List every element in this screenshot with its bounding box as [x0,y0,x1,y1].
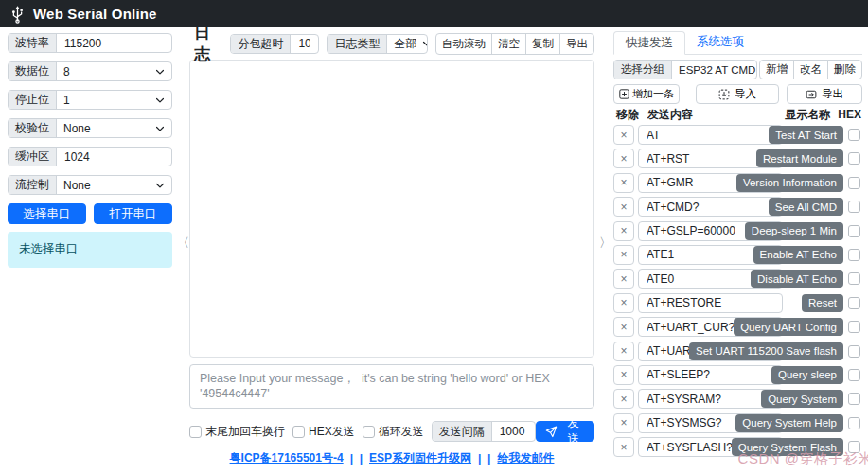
checkbox-box-icon[interactable] [292,426,305,438]
remove-row-button[interactable]: × [613,342,634,361]
send-option-checkbox[interactable]: HEX发送 [292,424,355,440]
quick-send-row: × Disable AT Echo [613,269,862,289]
chevron-down-icon [422,39,428,48]
display-name-badge[interactable]: Query System Help [735,414,843,432]
remove-row-button[interactable]: × [613,413,634,433]
tab-system-options[interactable]: 系统选项 [685,30,755,54]
log-type-group: 日志类型 全部 [327,34,428,54]
remove-row-button[interactable]: × [613,269,634,289]
send-option-checkbox[interactable]: 循环发送 [363,424,424,440]
display-name-badge[interactable]: Test AT Start [769,126,843,144]
send-option-checkbox[interactable]: 末尾加回车换行 [189,424,285,440]
serial-setting-input[interactable] [57,148,171,166]
chevron-down-icon [155,67,165,77]
hex-checkbox[interactable] [848,177,860,189]
serial-setting-label: 波特率 [9,34,57,52]
hex-checkbox[interactable] [848,272,860,285]
checkbox-box-icon[interactable] [189,426,202,438]
message-input[interactable] [189,364,594,409]
remove-row-button[interactable]: × [613,245,634,265]
remove-row-button[interactable]: × [613,173,634,193]
hex-checkbox[interactable] [848,129,860,141]
send-content-input[interactable] [638,365,783,385]
checkbox-box-icon[interactable] [363,426,375,438]
hex-checkbox[interactable] [848,441,860,453]
log-action-button[interactable]: 导出 [559,33,594,55]
display-name-badge[interactable]: Set UART 115200 Save flash [689,342,843,360]
remove-row-button[interactable]: × [613,149,634,168]
log-action-button[interactable]: 复制 [525,33,560,55]
display-name-badge[interactable]: Query System [761,390,843,408]
display-name-badge[interactable]: Disable AT Echo [751,270,843,288]
send-button[interactable]: 发送 [536,421,594,442]
send-content-input[interactable] [638,197,783,217]
footer-link[interactable]: 粤ICP备17165501号-4 [230,450,344,466]
display-name-badge[interactable]: Query UART Config [734,318,843,336]
remove-row-button[interactable]: × [613,389,634,409]
quick-send-row: × Deep-sleep 1 Min [613,221,862,241]
remove-row-button[interactable]: × [613,125,634,145]
import-button[interactable]: 导入 [696,84,779,104]
log-type-label: 日志类型 [328,35,387,53]
display-name-badge[interactable]: Restart Module [756,149,843,167]
collapse-right-icon[interactable]: 〉 [599,235,611,252]
group-rename-button[interactable]: 改名 [793,60,828,79]
log-action-button[interactable]: 清空 [491,33,526,55]
serial-setting-select[interactable]: 8 [57,62,171,80]
display-name-badge[interactable]: Deep-sleep 1 Min [745,222,843,240]
log-type-select[interactable]: 全部 [387,35,428,53]
log-output-area[interactable] [189,60,594,358]
group-delete-button[interactable]: 删除 [827,60,862,79]
hex-checkbox[interactable] [848,345,860,358]
quick-send-row: × Set UART 115200 Save flash [613,342,862,361]
hex-checkbox[interactable] [848,417,860,429]
hex-checkbox[interactable] [848,321,860,333]
footer-link[interactable]: 给我发邮件 [497,450,554,466]
log-action-button[interactable]: 自动滚动 [435,33,492,55]
serial-setting-select[interactable]: None [57,119,171,137]
serial-setting-label: 流控制 [9,176,57,194]
packet-timeout-input[interactable] [291,35,318,53]
group-select-label: 选择分组 [614,61,672,79]
hex-checkbox[interactable] [848,249,860,261]
display-name-badge[interactable]: Reset [802,294,843,312]
remove-row-button[interactable]: × [613,197,634,217]
remove-row-button[interactable]: × [613,317,634,337]
display-name-badge[interactable]: Enable AT Echo [753,246,843,264]
footer-link[interactable]: ESP系列固件升级网 [369,450,471,466]
hex-checkbox[interactable] [848,369,860,381]
hex-checkbox[interactable] [848,297,860,309]
display-name-badge[interactable]: Query sleep [771,366,843,384]
export-icon [806,89,817,100]
serial-setting-select[interactable]: 1 [57,91,171,109]
collapse-left-icon[interactable]: 〈 [177,235,189,252]
send-content-input[interactable] [638,125,783,145]
serial-setting-select[interactable]: None [57,176,171,194]
remove-row-button[interactable]: × [613,221,634,241]
select-port-button[interactable]: 选择串口 [8,203,86,224]
remove-row-button[interactable]: × [613,293,634,313]
group-add-button[interactable]: 新增 [759,60,794,79]
export-label: 导出 [822,87,843,101]
send-content-input[interactable] [638,293,783,313]
send-options-row: 末尾加回车换行 HEX发送 循环发送 发送间隔 发送 [189,421,594,442]
open-port-button[interactable]: 打开串口 [94,203,172,224]
interval-label: 发送间隔 [433,422,492,441]
display-name-badge[interactable]: See All CMD [769,198,843,216]
hex-checkbox[interactable] [848,393,860,405]
tab-quick-send[interactable]: 快捷发送 [613,31,685,55]
hex-checkbox[interactable] [848,201,860,213]
interval-input[interactable] [492,422,536,441]
col-hex: HEX [838,108,861,121]
remove-row-button[interactable]: × [613,437,634,457]
display-name-badge[interactable]: Query System Flash [732,438,843,456]
remove-row-button[interactable]: × [613,365,634,385]
add-row-button[interactable]: 增加一条 [613,84,680,104]
hex-checkbox[interactable] [848,152,860,165]
export-button[interactable]: 导出 [787,84,862,104]
display-name-badge[interactable]: Version Information [736,174,843,192]
serial-setting-input[interactable] [57,34,171,52]
group-select[interactable]: ESP32 AT CMD [672,61,756,79]
hex-checkbox[interactable] [848,225,860,237]
right-tabs: 快捷发送 系统选项 [613,31,862,55]
